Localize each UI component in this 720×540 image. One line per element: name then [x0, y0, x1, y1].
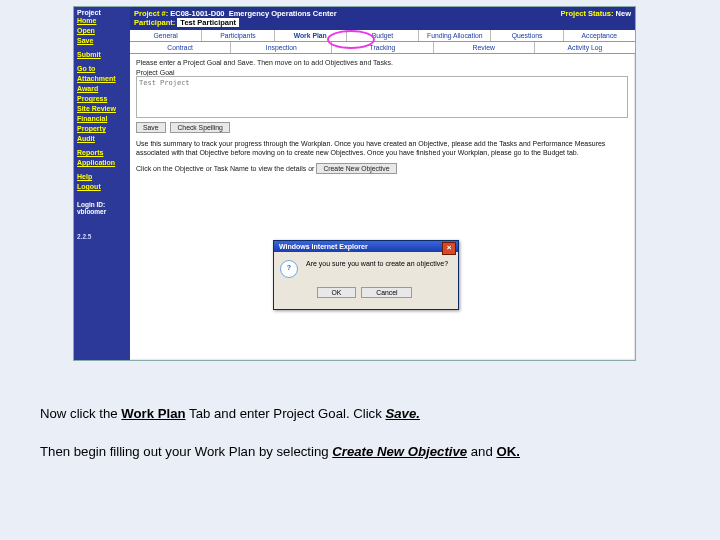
- instruction-caption: Now click the Work Plan Tab and enter Pr…: [40, 404, 680, 480]
- tab-funding[interactable]: Funding Allocation: [419, 30, 491, 41]
- tabs-row-2: Contract Inspection Tracking Review Acti…: [130, 42, 635, 54]
- tab-participants[interactable]: Participants: [202, 30, 274, 41]
- sidebar-attachment[interactable]: Attachment: [77, 74, 127, 83]
- sidebar-reports[interactable]: Reports: [77, 148, 127, 157]
- workplan-summary: Use this summary to track your progress …: [136, 139, 629, 157]
- sidebar-goto[interactable]: Go to: [77, 64, 127, 73]
- cancel-button[interactable]: Cancel: [361, 287, 412, 298]
- sidebar-submit[interactable]: Submit: [77, 50, 127, 59]
- tab-general[interactable]: General: [130, 30, 202, 41]
- work-plan-body: Please enter a Project Goal and Save. Th…: [130, 54, 635, 180]
- tab-questions[interactable]: Questions: [491, 30, 563, 41]
- sidebar-property[interactable]: Property: [77, 124, 127, 133]
- project-number-value: EC08-1001-D00: [170, 9, 224, 18]
- question-icon: ?: [280, 260, 298, 278]
- sidebar-logout[interactable]: Logout: [77, 182, 127, 191]
- sidebar-audit[interactable]: Audit: [77, 134, 127, 143]
- goal-label: Project Goal: [136, 69, 629, 76]
- create-new-objective-button[interactable]: Create New Objective: [316, 163, 396, 174]
- dialog-title: Windows Internet Explorer: [279, 243, 368, 250]
- dialog-message: Are you sure you want to create an objec…: [306, 260, 452, 267]
- project-name: Emergency Operations Center: [229, 9, 337, 18]
- login-user: vbloomer: [77, 208, 127, 215]
- check-spelling-button[interactable]: Check Spelling: [170, 122, 229, 133]
- sidebar-sitereview[interactable]: Site Review: [77, 104, 127, 113]
- caption-1b: Work Plan: [121, 406, 185, 421]
- dialog-titlebar: Windows Internet Explorer ×: [274, 241, 458, 252]
- tab-tracking[interactable]: Tracking: [332, 42, 433, 53]
- tab-inspection[interactable]: Inspection: [231, 42, 332, 53]
- caption-2a: Then begin filling out your Work Plan by…: [40, 444, 332, 459]
- close-icon[interactable]: ×: [442, 242, 456, 255]
- login-label: Login ID:: [77, 201, 127, 208]
- tabs-row-1: General Participants Work Plan Budget Fu…: [130, 30, 635, 42]
- caption-2c: and: [467, 444, 496, 459]
- sidebar-title: Project: [77, 9, 101, 16]
- sidebar-open[interactable]: Open: [77, 26, 127, 35]
- tab-activity-log[interactable]: Activity Log: [535, 42, 635, 53]
- caption-2b: Create New Objective: [332, 444, 467, 459]
- sidebar-financial[interactable]: Financial: [77, 114, 127, 123]
- confirm-dialog: Windows Internet Explorer × ? Are you su…: [273, 240, 459, 310]
- sidebar-award[interactable]: Award: [77, 84, 127, 93]
- objective-click-text: Click on the Objective or Task Name to v…: [136, 165, 314, 172]
- caption-1c: Tab and enter Project Goal. Click: [186, 406, 386, 421]
- tab-contract[interactable]: Contract: [130, 42, 231, 53]
- sidebar-home[interactable]: Home: [77, 16, 127, 25]
- participant-label: Participant:: [134, 18, 175, 27]
- sidebar: Project Home Open Save Submit Go to Atta…: [74, 7, 130, 360]
- sidebar-help[interactable]: Help: [77, 172, 127, 181]
- project-number-label: Project #:: [134, 9, 168, 18]
- version-label: 2.2.5: [77, 233, 127, 240]
- sidebar-save[interactable]: Save: [77, 36, 127, 45]
- sidebar-progress[interactable]: Progress: [77, 94, 127, 103]
- project-goal-input[interactable]: [136, 76, 628, 118]
- ok-button[interactable]: OK: [317, 287, 357, 298]
- caption-1a: Now click the: [40, 406, 121, 421]
- objective-line: Click on the Objective or Task Name to v…: [136, 160, 629, 177]
- status-value: New: [616, 9, 631, 18]
- tab-acceptance[interactable]: Acceptance: [564, 30, 635, 41]
- goal-hint: Please enter a Project Goal and Save. Th…: [136, 59, 629, 66]
- sidebar-application[interactable]: Application: [77, 158, 127, 167]
- participant-value: Test Participant: [177, 18, 239, 27]
- tab-work-plan[interactable]: Work Plan: [275, 30, 347, 41]
- caption-1d: Save.: [385, 406, 419, 421]
- header-bar: Project #: EC08-1001-D00 Emergency Opera…: [130, 7, 635, 30]
- tab-budget[interactable]: Budget: [347, 30, 419, 41]
- caption-2d: OK.: [496, 444, 519, 459]
- status-label: Project Status:: [561, 9, 614, 18]
- tab-review[interactable]: Review: [434, 42, 535, 53]
- save-button[interactable]: Save: [136, 122, 166, 133]
